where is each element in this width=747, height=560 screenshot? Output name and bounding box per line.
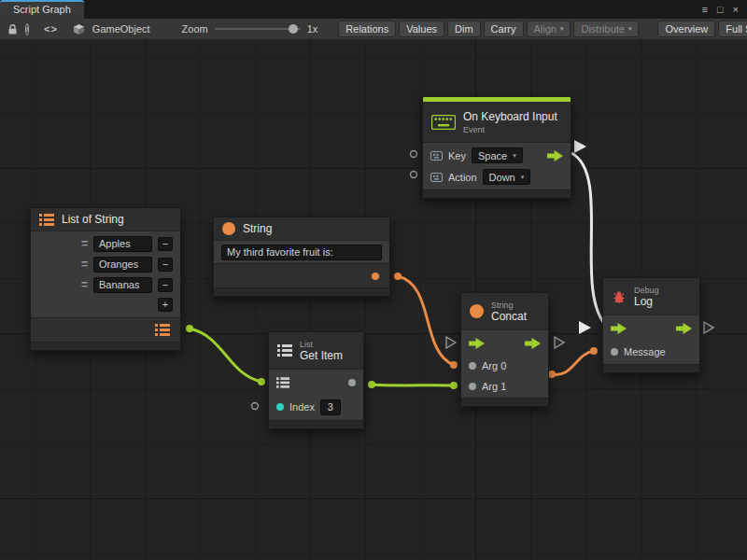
zoom-control: Zoom 1x [182, 23, 318, 35]
list-item-field[interactable]: Oranges [93, 257, 152, 273]
item-output-port[interactable] [348, 379, 356, 386]
unconnected-control-in-stub[interactable] [446, 337, 456, 348]
distribute-dropdown[interactable]: Distribute ▾ [573, 21, 639, 37]
control-out-port[interactable] [676, 323, 692, 334]
unconnected-port-action[interactable] [411, 172, 417, 178]
code-view-icon[interactable]: <> [44, 23, 58, 35]
arg1-input-port[interactable] [469, 383, 476, 390]
node-debug-log[interactable]: Debug Log Message [602, 277, 700, 373]
action-port-label: Action [448, 172, 477, 183]
fullscreen-button[interactable]: Full Scr [718, 21, 747, 37]
string-output-port[interactable] [372, 273, 379, 280]
string-value-field[interactable]: My third favorite fruit is: [221, 245, 382, 260]
chevron-down-icon: ▾ [513, 152, 516, 160]
node-string-literal[interactable]: String My third favorite fruit is: [213, 217, 390, 297]
window-maximize-icon[interactable]: □ [717, 3, 724, 16]
node-header[interactable]: List of String [31, 208, 180, 231]
list-item-row: = Oranges − [31, 254, 180, 274]
list-output-port[interactable] [155, 324, 170, 336]
control-out-port[interactable] [547, 150, 563, 161]
list-add-row: + [31, 295, 180, 314]
wire-arrow-icon [574, 140, 586, 153]
info-icon[interactable]: i [25, 23, 29, 35]
wire-endpoint [258, 378, 265, 385]
drag-handle-icon[interactable]: = [81, 279, 88, 290]
node-header[interactable]: On Keyboard Input Event [423, 102, 571, 143]
list-item-field[interactable]: Apples [93, 236, 152, 252]
control-in-port[interactable] [611, 323, 627, 334]
zoom-slider-handle[interactable] [289, 24, 298, 34]
drag-handle-icon[interactable]: = [81, 238, 88, 249]
unconnected-port-key[interactable] [411, 151, 417, 158]
node-header[interactable]: Debug Log [603, 278, 699, 315]
add-item-button[interactable]: + [158, 298, 173, 312]
graph-canvas[interactable]: On Keyboard Input Event Key Space ▾ [0, 40, 747, 560]
message-row: Message [603, 341, 699, 363]
tab-script-graph[interactable]: Script Graph [0, 0, 84, 19]
node-concat[interactable]: String Concat Arg 0 [460, 292, 549, 407]
index-row: Index 3 [269, 395, 363, 419]
zoom-value: 1x [307, 23, 318, 35]
arg1-label: Arg 1 [482, 381, 506, 392]
node-header[interactable]: List Get Item [269, 332, 363, 370]
wire-getitem-to-concat-arg1[interactable] [372, 385, 454, 385]
arg0-input-port[interactable] [469, 362, 476, 370]
lock-icon[interactable] [7, 23, 18, 35]
action-value-dropdown[interactable]: Down ▾ [483, 169, 531, 185]
node-on-keyboard-input[interactable]: On Keyboard Input Event Key Space ▾ [422, 96, 571, 199]
wire-list-to-getitem[interactable] [190, 329, 261, 382]
node-list-of-string[interactable]: List of String = Apples − = Oranges − = … [30, 207, 181, 351]
string-type-icon [470, 304, 484, 318]
wire-string-to-concat-arg0[interactable] [398, 276, 454, 365]
gameobject-label[interactable]: GameObject [92, 23, 150, 35]
remove-item-button[interactable]: − [158, 237, 173, 251]
index-input-port[interactable] [276, 403, 284, 411]
keyboard-icon [431, 115, 456, 130]
remove-item-button[interactable]: − [158, 258, 173, 272]
list-input-port[interactable] [276, 377, 289, 388]
node-get-item[interactable]: List Get Item Index 3 [268, 331, 364, 429]
control-out-port[interactable] [525, 338, 541, 349]
overview-button[interactable]: Overview [657, 21, 715, 37]
unconnected-control-out-stub[interactable] [704, 322, 713, 333]
index-field[interactable]: 3 [320, 399, 341, 415]
wire-endpoint [368, 381, 375, 388]
chevron-down-icon: ▾ [521, 174, 525, 181]
list-icon [277, 344, 292, 357]
list-item-field[interactable]: Bananas [93, 277, 152, 293]
toolbar-button-group: Relations Values Dim Carry Align ▾ Distr… [338, 21, 639, 37]
string-type-icon [222, 222, 235, 235]
list-item-row: = Bananas − [31, 274, 180, 295]
node-title: Log [634, 295, 659, 308]
node-header[interactable]: String [214, 217, 389, 241]
zoom-slider[interactable] [215, 28, 301, 30]
chevron-down-icon: ▾ [628, 21, 632, 36]
arg1-row: Arg 1 [461, 376, 548, 397]
node-footer-strip [603, 364, 699, 372]
values-button[interactable]: Values [399, 21, 444, 37]
window-close-icon[interactable]: × [733, 3, 739, 16]
unconnected-port-index[interactable] [252, 403, 259, 410]
key-value-dropdown[interactable]: Space ▾ [472, 147, 523, 163]
carry-button[interactable]: Carry [484, 21, 524, 37]
dim-button[interactable]: Dim [447, 21, 481, 37]
drag-handle-icon[interactable]: = [81, 259, 88, 270]
window-menu-icon[interactable]: ≡ [701, 3, 707, 16]
node-category: List [300, 340, 343, 349]
wire-endpoint [450, 382, 458, 389]
unconnected-control-out-stub[interactable] [555, 337, 564, 348]
message-input-port[interactable] [611, 348, 618, 356]
bug-icon [612, 289, 627, 304]
align-dropdown[interactable]: Align ▾ [527, 21, 571, 37]
window-controls: ≡ □ × [701, 3, 747, 16]
node-title: List of String [62, 213, 124, 226]
node-footer-strip [269, 420, 363, 428]
control-row [603, 316, 699, 341]
node-title: Concat [491, 310, 527, 323]
key-row: Key Space ▾ [423, 145, 571, 166]
node-header[interactable]: String Concat [461, 293, 548, 330]
wire-concat-to-log-message[interactable] [552, 351, 594, 374]
add-remove-row[interactable]: − [158, 278, 173, 292]
control-in-port[interactable] [469, 338, 485, 349]
relations-button[interactable]: Relations [338, 21, 396, 37]
